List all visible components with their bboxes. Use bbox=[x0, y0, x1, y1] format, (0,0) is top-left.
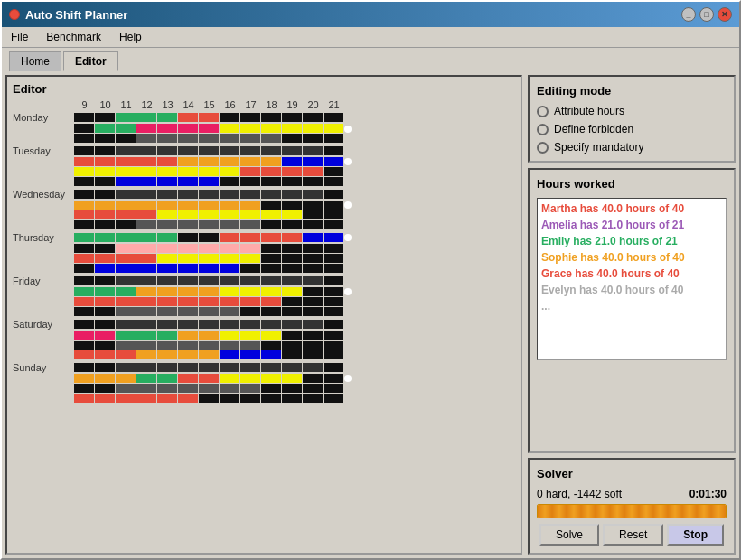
saturday-row-1: Saturday bbox=[13, 319, 515, 330]
stop-button[interactable]: Stop bbox=[667, 524, 724, 546]
hour-20: 20 bbox=[303, 99, 324, 110]
sunday-group: Sunday bbox=[13, 362, 515, 403]
sunday-dot bbox=[344, 375, 352, 382]
radio-circle-2 bbox=[537, 124, 549, 135]
maximize-button[interactable]: □ bbox=[699, 7, 714, 22]
editing-mode-title: Editing mode bbox=[537, 84, 727, 98]
title-dot bbox=[9, 9, 20, 20]
minimize-button[interactable]: _ bbox=[681, 7, 696, 22]
wednesday-sub-2 bbox=[13, 210, 515, 219]
solver-title: Solver bbox=[537, 467, 727, 481]
saturday-sub-3 bbox=[13, 350, 515, 359]
hours-entry-grace: Grace has 40.0 hours of 40 bbox=[541, 267, 722, 280]
solver-hard-soft: 0 hard, -1442 soft bbox=[537, 488, 622, 500]
radio-attribute-hours[interactable]: Attribute hours bbox=[537, 105, 727, 117]
hour-11: 11 bbox=[116, 99, 136, 110]
tuesday-label: Tuesday bbox=[13, 145, 74, 156]
wednesday-dot bbox=[344, 201, 352, 209]
monday-sub-1 bbox=[13, 124, 515, 133]
tuesday-sub-3 bbox=[13, 177, 515, 186]
hour-21: 21 bbox=[324, 99, 344, 110]
sunday-row-1: Sunday bbox=[13, 362, 515, 373]
friday-sub-3 bbox=[13, 307, 515, 316]
tuesday-sub-2 bbox=[13, 167, 515, 176]
radio-circle-1 bbox=[537, 106, 549, 117]
sunday-sub-2 bbox=[13, 384, 515, 393]
saturday-sub-2 bbox=[13, 341, 515, 350]
tab-home[interactable]: Home bbox=[9, 51, 61, 71]
sunday-sub-3 bbox=[13, 394, 515, 403]
thursday-row-1: Thursday bbox=[13, 232, 515, 243]
hours-worked-title: Hours worked bbox=[537, 177, 727, 191]
monday-row-label: Monday bbox=[13, 112, 515, 123]
tuesday-cells-1[interactable] bbox=[74, 146, 343, 155]
monday-label: Monday bbox=[13, 112, 74, 123]
right-panel: Editing mode Attribute hours Define forb… bbox=[528, 75, 736, 555]
monday-dot-1 bbox=[344, 126, 352, 133]
radio-label-3: Specify mandatory bbox=[554, 141, 643, 154]
sunday-label: Sunday bbox=[13, 362, 74, 373]
saturday-group: Saturday bbox=[13, 319, 515, 359]
menu-benchmark[interactable]: Benchmark bbox=[41, 29, 107, 45]
hours-entry-emily: Emily has 21.0 hours of 21 bbox=[541, 235, 722, 247]
radio-define-forbidden[interactable]: Define forbidden bbox=[537, 123, 727, 135]
friday-sub-1 bbox=[13, 287, 515, 296]
wednesday-sub-1 bbox=[13, 201, 515, 210]
titlebar: Auto Shift Planner _ □ ✕ bbox=[2, 2, 739, 27]
tab-editor[interactable]: Editor bbox=[63, 51, 118, 71]
menu-help[interactable]: Help bbox=[114, 29, 147, 45]
hour-12: 12 bbox=[136, 99, 157, 110]
menu-file[interactable]: File bbox=[5, 29, 33, 45]
tuesday-group: Tuesday bbox=[13, 145, 515, 186]
hours-worked-panel: Hours worked Martha has 40.0 hours of 40… bbox=[528, 168, 736, 453]
friday-row-1: Friday bbox=[13, 275, 515, 286]
hour-9: 9 bbox=[74, 99, 95, 110]
solver-info-row: 0 hard, -1442 soft 0:01:30 bbox=[537, 488, 727, 500]
friday-dot bbox=[344, 288, 352, 295]
editor-title: Editor bbox=[13, 82, 515, 96]
saturday-label: Saturday bbox=[13, 319, 74, 330]
wednesday-row-1: Wednesday bbox=[13, 189, 515, 200]
hour-17: 17 bbox=[240, 99, 261, 110]
window-title: Auto Shift Planner bbox=[25, 8, 127, 22]
wednesday-label: Wednesday bbox=[13, 189, 74, 200]
hours-list[interactable]: Martha has 40.0 hours of 40 Amelia has 2… bbox=[537, 198, 727, 360]
thursday-sub-1 bbox=[13, 244, 515, 253]
radio-circle-3 bbox=[537, 142, 549, 154]
titlebar-left: Auto Shift Planner bbox=[9, 8, 127, 22]
hour-13: 13 bbox=[157, 99, 178, 110]
close-button[interactable]: ✕ bbox=[718, 7, 732, 22]
hours-entry-martha: Martha has 40.0 hours of 40 bbox=[541, 202, 722, 215]
schedule-rows: Monday bbox=[13, 112, 515, 405]
friday-group: Friday bbox=[13, 275, 515, 316]
solver-panel: Solver 0 hard, -1442 soft 0:01:30 Solve … bbox=[528, 458, 736, 555]
solver-buttons: Solve Reset Stop bbox=[537, 524, 727, 546]
thursday-dot bbox=[344, 234, 352, 241]
thursday-sub-2 bbox=[13, 254, 515, 263]
hour-labels: 9 10 11 12 13 14 15 16 17 18 19 20 21 bbox=[74, 99, 515, 110]
tuesday-sub-1 bbox=[13, 157, 515, 166]
hour-15: 15 bbox=[199, 99, 220, 110]
solve-button[interactable]: Solve bbox=[539, 524, 599, 546]
monday-sub-2 bbox=[13, 134, 515, 143]
radio-specify-mandatory[interactable]: Specify mandatory bbox=[537, 141, 727, 154]
monday-sub-cells-2[interactable] bbox=[74, 134, 343, 143]
progress-bar-fill bbox=[538, 505, 726, 518]
thursday-label: Thursday bbox=[13, 232, 74, 243]
hours-entry-amelia: Amelia has 21.0 hours of 21 bbox=[541, 219, 722, 231]
hour-18: 18 bbox=[261, 99, 282, 110]
hour-16: 16 bbox=[220, 99, 240, 110]
radio-group: Attribute hours Define forbidden Specify… bbox=[537, 105, 727, 154]
hours-entry-more: ... bbox=[541, 300, 722, 313]
monday-cells-1[interactable] bbox=[74, 113, 343, 122]
reset-button[interactable]: Reset bbox=[603, 524, 663, 546]
radio-label-2: Define forbidden bbox=[554, 123, 633, 135]
tuesday-dot bbox=[344, 158, 352, 165]
menubar: File Benchmark Help bbox=[2, 27, 739, 48]
thursday-sub-3 bbox=[13, 264, 515, 273]
editing-mode-panel: Editing mode Attribute hours Define forb… bbox=[528, 75, 736, 163]
radio-label-1: Attribute hours bbox=[554, 105, 624, 117]
monday-sub-cells-1[interactable] bbox=[74, 124, 343, 133]
saturday-sub-1 bbox=[13, 331, 515, 340]
hour-14: 14 bbox=[178, 99, 199, 110]
